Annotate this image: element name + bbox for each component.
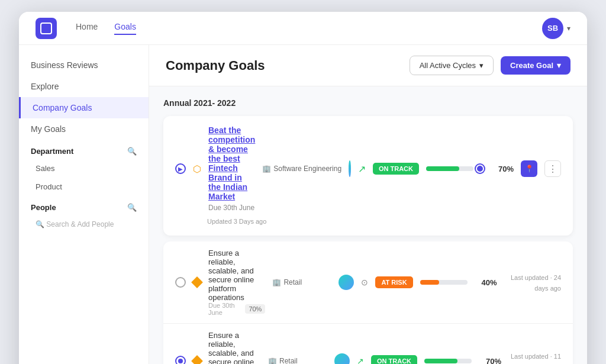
sub-goal-row-0: Ensure a reliable, scalable, and secure … [163,241,573,324]
sub-goal-1-icon [175,356,186,364]
sub-goal-1-pct: 70% [479,357,501,365]
main-goal-dept: 🏢 Software Engineering [262,165,341,173]
nav-home[interactable]: Home [76,22,98,35]
expand-icon[interactable]: ▶ [175,163,186,174]
main-goal-due: Due 30th June [208,204,255,212]
sub-goal-0-pct-badge: 70% [245,304,265,314]
sub-goal-0-pct: 40% [475,278,497,287]
people-search-icon[interactable]: 🔍 [127,203,137,212]
sub-goal-0-info: Ensure a reliable, scalable, and secure … [208,249,265,316]
sidebar-item-company-goals[interactable]: Company Goals [19,97,149,118]
main-goal-updated: Updated 3 Days ago [175,215,561,226]
top-nav: Home Goals SB ▾ [19,12,587,45]
main-goal-progress-bar [426,166,473,171]
more-button[interactable]: ⋮ [544,160,561,177]
nav-links: Home Goals [76,22,542,35]
content-header: Company Goals All Active Cycles ▾ Create… [149,45,587,86]
sub-goal-1-type-icon [191,355,203,364]
main-goal-avatar [349,160,351,177]
sub-goal-0-icon [175,277,186,288]
building-icon-0: 🏢 [272,278,281,286]
sub-goal-0-progress-bar [420,280,468,285]
pin-button[interactable]: 📍 [521,160,537,177]
goal-type-icon: ⬡ [193,163,201,175]
sub-goal-0-updated: Last updated · 24 days ago [504,272,561,293]
sub-goal-1-status: ON TRACK [371,355,417,364]
create-goal-button[interactable]: Create Goal ▾ [501,56,570,75]
sub-goal-0-progress-fill [420,280,439,285]
sidebar-search-add-people[interactable]: 🔍 Search & Add People [19,215,149,233]
sub-goals-list: Ensure a reliable, scalable, and secure … [163,241,573,364]
sub-goal-1-title[interactable]: Ensure a reliable, scalable, and secure … [208,331,261,364]
sub-goal-1-updated: Last updated · 11 days ago [508,350,561,364]
building-icon: 🏢 [262,165,271,173]
sub-goal-0-dept: 🏢 Retail [272,278,331,286]
sidebar-section-people: People 🔍 [19,196,149,215]
sub-goal-0-trend-icon: ⊙ [361,278,368,287]
main-goal-title[interactable]: Beat the competition & become the best F… [208,125,255,201]
sub-goal-1-dept: 🏢 Retail [268,357,327,364]
main-goal-card: ▶ ⬡ Beat the competition & become the be… [163,116,573,236]
department-search-icon[interactable]: 🔍 [127,147,137,156]
main-goal-progress-fill [426,166,459,171]
logo[interactable] [36,18,57,39]
main-layout: Business Reviews Explore Company Goals M… [19,45,587,364]
sidebar-item-explore[interactable]: Explore [19,76,149,97]
avatar[interactable]: SB [542,18,563,39]
sidebar-item-product[interactable]: Product [19,178,149,196]
sidebar-item-sales[interactable]: Sales [19,159,149,178]
sub-goal-0-type-icon [191,276,203,288]
sidebar-item-my-goals[interactable]: My Goals [19,118,149,140]
more-icon: ⋮ [548,163,557,175]
pin-icon: 📍 [525,165,534,173]
main-goal-row: ▶ ⬡ Beat the competition & become the be… [175,125,561,212]
sidebar: Business Reviews Explore Company Goals M… [19,45,149,364]
all-active-cycles-button[interactable]: All Active Cycles ▾ [410,56,494,75]
content-area: Company Goals All Active Cycles ▾ Create… [149,45,587,364]
building-icon-1: 🏢 [268,357,277,364]
cycles-chevron-icon: ▾ [479,61,483,70]
cycle-label: Annual 2021- 2022 [163,98,573,108]
sub-goal-1-info: Ensure a reliable, scalable, and secure … [208,331,261,364]
main-goal-title-area: Beat the competition & become the best F… [208,125,255,212]
page-title: Company Goals [166,58,265,73]
nav-goals[interactable]: Goals [114,22,136,35]
sub-goal-1-avatar [334,353,350,364]
sub-goal-0-status: AT RISK [375,276,412,288]
content-body: Annual 2021- 2022 ▶ ⬡ Beat the competiti… [149,86,587,364]
sub-goal-1-progress-bar [424,359,472,363]
progress-knob [476,165,484,173]
sub-goal-1-progress-fill [424,359,457,363]
logo-icon [40,22,52,34]
main-goal-pct: 70% [491,165,514,173]
create-chevron-icon: ▾ [557,61,561,70]
sidebar-section-department: Department 🔍 [19,140,149,159]
sub-goal-1-trend-icon: ↗ [357,356,364,364]
sub-goal-0-title[interactable]: Ensure a reliable, scalable, and secure … [208,249,265,302]
trend-icon: ↗ [358,163,366,175]
sub-goal-0-avatar [339,275,354,290]
avatar-chevron-icon[interactable]: ▾ [567,24,570,33]
sub-goal-row-1: Ensure a reliable, scalable, and secure … [163,324,573,364]
sidebar-item-business-reviews[interactable]: Business Reviews [19,54,149,76]
main-goal-progress-area [426,165,484,173]
header-actions: All Active Cycles ▾ Create Goal ▾ [410,56,570,75]
sub-goal-0-due: Due 30th June 70% [208,302,265,316]
app-container: Home Goals SB ▾ Business Reviews Explore… [19,12,587,364]
main-goal-status: ON TRACK [373,163,419,175]
